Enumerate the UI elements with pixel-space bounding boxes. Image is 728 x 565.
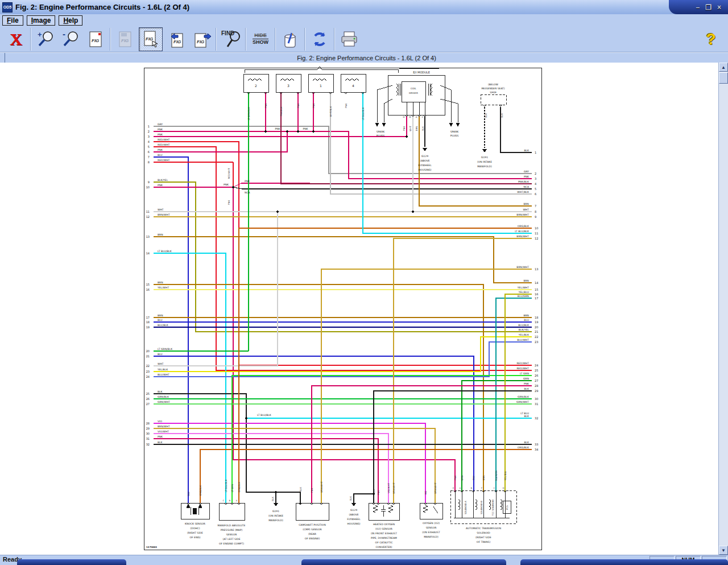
- diagram-label: SOLENOID A: [464, 501, 467, 514]
- diagram-label: HOUSING): [418, 168, 431, 171]
- close-figure-button[interactable]: X: [5, 28, 27, 51]
- print-button[interactable]: [338, 28, 361, 51]
- right-pin-number: 3: [535, 177, 536, 180]
- diagram-label: B: [229, 500, 231, 502]
- right-pin-wire-label: RED/WHT: [516, 367, 529, 370]
- right-pin-wire-label: BLK: [524, 149, 530, 152]
- left-pin-wire-label: BLU: [158, 353, 163, 356]
- wire-vio: [154, 423, 425, 503]
- left-pin-wire-label: BRN/WHT: [158, 213, 170, 216]
- left-pin-wire-label: BRN/WHT: [158, 425, 170, 428]
- wire-blk: [500, 107, 532, 152]
- right-pin-wire-label: NCA: [523, 185, 530, 188]
- diagram-label: FLYWHEEL: [347, 518, 361, 521]
- left-pin-wire-label: BRN: [158, 233, 163, 236]
- zoom-out-icon: -: [61, 30, 80, 49]
- diagram-canvas[interactable]: E/I MODULECOILDRIVERDBACPNKWHTBRNBLKSPAR…: [0, 63, 718, 555]
- right-pin-wire-label: BLU: [524, 319, 529, 321]
- right-pin-wire-label: BRN/WHT: [516, 266, 529, 269]
- diagram-label: PNK: [264, 104, 267, 108]
- scroll-thumb[interactable]: [719, 72, 728, 84]
- close-button[interactable]: ×: [717, 4, 721, 11]
- zoom-in-button[interactable]: +: [34, 28, 57, 51]
- left-pin-wire-label: BLU/BLK: [158, 324, 169, 327]
- diagram-label: PNK: [454, 476, 457, 480]
- left-pin-wire-label: BLK: [158, 441, 163, 444]
- left-pin-number: 30: [146, 432, 150, 435]
- right-pin-wire-label: GRN/WHT: [516, 401, 529, 403]
- diagram-label: (ON EXHAUST: [422, 531, 440, 534]
- component-box: [388, 75, 445, 115]
- right-pin-number: 1: [535, 151, 536, 154]
- left-pin-number: 17: [146, 316, 150, 319]
- hide-show-button[interactable]: HIDE SHOW: [249, 28, 272, 51]
- notes-button[interactable]: [279, 28, 301, 51]
- menu-bar: File Image Help: [0, 14, 728, 26]
- right-pin-wire-label: BRN/WHT: [516, 235, 529, 238]
- find-button[interactable]: FIND: [220, 28, 242, 51]
- junction-dot: [297, 130, 299, 133]
- diagram-label: BLK: [500, 113, 503, 118]
- diagram-label: SOLENOID: [477, 531, 490, 534]
- diagram-label: PNK: [297, 104, 300, 108]
- right-pin-number: 19: [535, 320, 538, 324]
- right-pin-wire-label: YEL/WHT: [517, 286, 529, 289]
- help-button[interactable]: ?: [700, 28, 722, 51]
- diagram-label: CAMSHAFT POSITION: [299, 523, 326, 526]
- right-pin-number: 2: [535, 172, 536, 175]
- component-box: [481, 94, 506, 105]
- left-pin-number: 16: [146, 288, 150, 291]
- left-pin-wire-label: YEL/WHT: [157, 286, 169, 289]
- right-pin-number: 6: [535, 192, 536, 196]
- left-pin-number: 11: [146, 210, 150, 213]
- diagram-label: D: [503, 487, 504, 489]
- refresh-button[interactable]: [308, 28, 331, 51]
- left-pin-number: 27: [146, 402, 150, 406]
- diagram-label: SENSOR: [426, 526, 437, 529]
- fig-hand-button[interactable]: FIG: [139, 27, 163, 51]
- fig-page-disabled-button: FIG: [114, 28, 136, 51]
- vertical-scrollbar[interactable]: ▲ ▼: [718, 63, 728, 555]
- diagram-label: WHT: [409, 126, 412, 131]
- right-pin-number: 18: [535, 316, 538, 319]
- restore-button[interactable]: ❐: [705, 4, 712, 11]
- zoom-out-button[interactable]: -: [59, 28, 82, 51]
- svg-text:FIND: FIND: [221, 30, 234, 36]
- right-pin-number: 22: [535, 335, 538, 339]
- scroll-down-button[interactable]: ▼: [719, 546, 728, 555]
- left-pin-wire-label: BLU: [158, 154, 163, 156]
- junction-dot: [245, 417, 247, 419]
- caption-divider: [0, 53, 5, 63]
- left-pin-wire-label: BLU/WHT: [158, 373, 169, 376]
- wire-brn: [419, 116, 532, 206]
- taskbar-fragment: [17, 559, 126, 565]
- diagram-label: (RIGHT SIDE: [187, 531, 203, 534]
- left-pin-number: 19: [146, 325, 150, 329]
- right-pin-wire-label: ORG/BLK: [518, 446, 530, 449]
- right-pin-wire-label: LT BLU/BLK: [515, 230, 530, 233]
- diagram-label: OF ENG): [189, 536, 200, 539]
- menu-help[interactable]: Help: [59, 15, 82, 26]
- diagram-label: BLU: [472, 476, 475, 480]
- right-pin-number: 25: [535, 369, 538, 372]
- fig-next-button[interactable]: FIG: [190, 28, 213, 51]
- window-controls: – ❐ ×: [669, 0, 728, 14]
- scroll-up-button[interactable]: ▲: [719, 63, 728, 72]
- svg-text:-: -: [63, 30, 65, 39]
- minimize-button[interactable]: –: [696, 4, 700, 11]
- left-pin-number: 12: [146, 215, 150, 218]
- menu-file[interactable]: File: [2, 15, 23, 26]
- diagram-label: HOUSING): [347, 522, 360, 525]
- left-pin-wire-label: PNK: [158, 184, 163, 187]
- diagram-label: (IN FRONT EXHAUST: [371, 532, 397, 535]
- fig-page-button[interactable]: FIG: [84, 28, 107, 51]
- junction-dot: [276, 211, 279, 213]
- left-pin-number: 24: [146, 375, 150, 378]
- diagram-label: KNOCK SENSOR: [185, 522, 205, 525]
- diagram-label: A: [416, 116, 417, 118]
- right-pin-wire-label: BLK: [524, 441, 530, 444]
- menu-image[interactable]: Image: [27, 15, 56, 26]
- diagram-label: YEL/BLU: [504, 471, 507, 481]
- fig-prev-button[interactable]: FIG: [165, 28, 188, 51]
- diagram-label: (AT LEFT SIDE: [222, 538, 240, 541]
